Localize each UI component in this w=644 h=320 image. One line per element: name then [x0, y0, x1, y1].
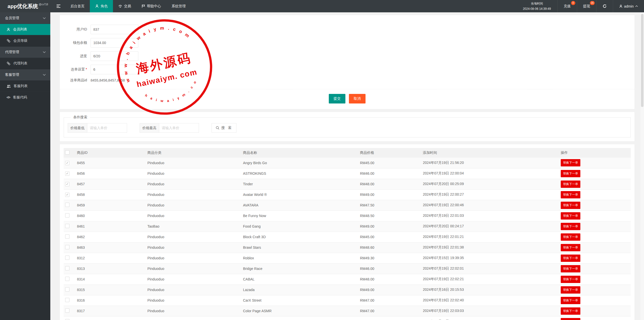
page-scrollbar[interactable]	[640, 12, 644, 320]
table-row[interactable]: 8461 TaoBao Food Gang RM49.00 2024年07月20…	[64, 221, 631, 232]
category-cell: Pinduoduo	[145, 189, 241, 200]
table-row[interactable]: 8462 Pinduoduo Block Craft 3D RM45.00 20…	[64, 232, 631, 242]
table-row[interactable]: 8315 Pinduoduo Lazada RM49.00 2024年07月16…	[64, 285, 631, 295]
price-cell: RM46.00	[358, 316, 421, 320]
price-cell: RM49.00	[358, 221, 421, 232]
scrollbar-thumb[interactable]	[641, 14, 643, 107]
replace-next-order-button[interactable]: 替换下一单	[561, 181, 580, 188]
row-checkbox[interactable]	[65, 256, 69, 260]
nav-item-role[interactable]: 角色	[90, 0, 113, 12]
table-row[interactable]: 8463 Pinduoduo Brawl Stars RM48.60 2024年…	[64, 242, 631, 253]
category-cell: Pinduoduo	[145, 179, 241, 189]
sidebar-item-member-list[interactable]: 会员列表	[0, 24, 50, 35]
sidebar-item-agent-list[interactable]: 代理列表	[0, 58, 50, 69]
row-checkbox[interactable]: ✓	[65, 161, 69, 165]
table-row[interactable]: ✓ 8457 Pinduoduo Tinder RM48.00 2024年07月…	[64, 179, 631, 189]
max-price-group: 价格最高	[140, 123, 199, 133]
code-icon: </>	[7, 96, 10, 99]
product-id-cell: 8460	[75, 210, 145, 221]
table-row[interactable]: 8317 Pinduoduo Color Page ASMR RM47.00 2…	[64, 306, 631, 316]
table-row[interactable]: 8313 Pinduoduo Bridge Race RM46.00 2024年…	[64, 263, 631, 274]
replace-next-order-button[interactable]: 替换下一单	[561, 202, 580, 209]
table-row[interactable]: 8316 Pinduoduo CarX Street RM47.00 2024年…	[64, 295, 631, 306]
row-checkbox[interactable]: ✓	[65, 182, 69, 186]
progress-field[interactable]	[91, 51, 138, 61]
col-added-time: 添加时间	[421, 148, 559, 158]
sidebar-group-member-management[interactable]: 会员管理	[0, 12, 50, 24]
replace-next-order-button[interactable]: 替换下一单	[561, 276, 580, 283]
replace-next-order-button[interactable]: 替换下一单	[561, 191, 580, 198]
row-checkbox[interactable]	[65, 319, 69, 320]
added-time-cell: 2024年07月19日 22:02:01	[421, 263, 559, 274]
replace-next-order-button[interactable]: 替换下一单	[561, 265, 580, 272]
product-id-cell: 8313	[75, 263, 145, 274]
refresh-button[interactable]	[596, 0, 613, 12]
row-checkbox[interactable]	[65, 245, 69, 249]
replace-next-order-button[interactable]: 替换下一单	[561, 212, 580, 220]
nav-item-trade[interactable]: 交易	[113, 0, 136, 12]
sidebar-group-service-management[interactable]: 客服管理	[0, 69, 50, 80]
row-checkbox[interactable]	[65, 224, 69, 228]
sidebar-item-service-list[interactable]: 客服列表	[0, 80, 50, 92]
collapse-sidebar-button[interactable]	[52, 0, 65, 12]
row-checkbox[interactable]	[65, 308, 69, 313]
progress-label: 进度	[60, 54, 91, 58]
table-row[interactable]: 8312 Pinduoduo Roblox RM49.30 2024年07月15…	[64, 253, 631, 263]
replace-next-order-button[interactable]: 替换下一单	[561, 307, 580, 315]
row-checkbox[interactable]	[65, 234, 69, 239]
replace-next-order-button[interactable]: 替换下一单	[561, 159, 580, 166]
search-button[interactable]: 搜 索	[212, 123, 236, 133]
row-checkbox[interactable]	[65, 266, 69, 270]
admin-username: admin	[624, 4, 634, 8]
category-cell: TaoBao	[145, 221, 241, 232]
row-checkbox[interactable]: ✓	[65, 171, 69, 176]
row-checkbox[interactable]	[65, 298, 69, 302]
person-icon	[95, 4, 99, 8]
replace-next-order-button[interactable]: 替换下一单	[561, 297, 580, 304]
price-cell: RM47.00	[358, 295, 421, 306]
table-row[interactable]: 8314 Pinduoduo CABAL RM48.00 2024年07月19日…	[64, 274, 631, 285]
submit-button[interactable]: 提交	[329, 94, 345, 103]
table-row[interactable]: ✓ 8455 Pinduoduo Angry Birds Go RM45.00 …	[64, 158, 631, 168]
select-all-checkbox[interactable]	[65, 150, 69, 155]
replace-next-order-button[interactable]: 替换下一单	[561, 286, 580, 294]
replace-next-order-button[interactable]: 替换下一单	[561, 233, 580, 241]
recharge-button[interactable]: 充值 0	[557, 0, 577, 12]
replace-next-order-button[interactable]: 替换下一单	[561, 244, 580, 251]
row-checkbox[interactable]	[65, 277, 69, 281]
cancel-button[interactable]: 取消	[349, 94, 366, 103]
row-checkbox[interactable]	[65, 203, 69, 207]
max-price-input[interactable]	[159, 123, 199, 133]
wallet-balance-field[interactable]	[91, 38, 138, 48]
row-checkbox[interactable]	[65, 287, 69, 292]
sidebar-item-member-level[interactable]: 会员等级	[0, 35, 50, 46]
nav-item-system[interactable]: 系统管理	[166, 0, 191, 12]
max-price-label: 价格最高	[140, 123, 159, 133]
chain-setting-field[interactable]	[91, 65, 138, 74]
search-fieldset: 条件搜索 价格最低 价格最高 搜 索	[64, 115, 631, 137]
product-id-cell: 8463	[75, 242, 145, 253]
replace-next-order-button[interactable]: 替换下一单	[561, 255, 580, 262]
sidebar-item-service-code[interactable]: </> 客服代码	[0, 92, 50, 103]
min-price-input[interactable]	[87, 123, 127, 133]
search-icon	[216, 126, 220, 130]
row-checkbox[interactable]: ✓	[65, 193, 69, 197]
nav-item-dashboard[interactable]: 后台首页	[65, 0, 90, 12]
replace-next-order-button[interactable]: 替换下一单	[561, 170, 580, 177]
user-id-field[interactable]	[91, 25, 138, 34]
admin-menu[interactable]: admin	[613, 0, 644, 12]
row-checkbox[interactable]	[65, 213, 69, 218]
nav-item-help-center[interactable]: 帮助中心	[136, 0, 166, 12]
table-row[interactable]: ✓ 8458 Pinduoduo Avatar World ® RM49.00 …	[64, 189, 631, 200]
table-row[interactable]: 8460 Pinduoduo Be Funny Now RM48.50 2024…	[64, 210, 631, 221]
replace-next-order-button[interactable]: 替换下一单	[561, 318, 580, 320]
table-row[interactable]: 8459 Pinduoduo AVATARA RM47.50 2024年07月1…	[64, 200, 631, 210]
table-row[interactable]: ✓ 8456 Pinduoduo ASTROKINGS RM46.00 2024…	[64, 168, 631, 179]
table-row[interactable]: 8318 Pinduoduo GRAB RM46.00 2024年07月15日 …	[64, 316, 631, 320]
local-time: 当地时间 2024-08-06 14:39:49	[516, 0, 557, 12]
sidebar-group-agent-management[interactable]: 代理管理	[0, 46, 50, 58]
added-time-cell: 2024年07月16日 20:15:53	[421, 285, 559, 295]
name-cell: Lazada	[241, 285, 358, 295]
replace-next-order-button[interactable]: 替换下一单	[561, 223, 580, 230]
withdraw-button[interactable]: 提现 16	[577, 0, 596, 12]
